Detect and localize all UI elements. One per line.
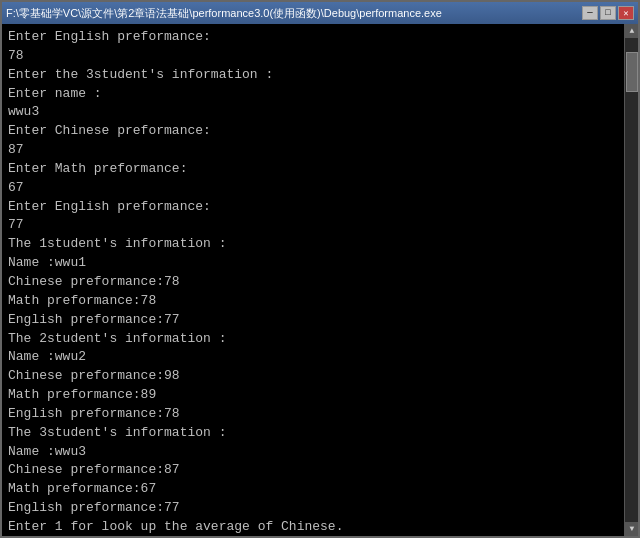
console-line: Chinese preformance:98: [8, 367, 632, 386]
console-line: 78: [8, 47, 632, 66]
console-line: Enter 1 for look up the average of Chine…: [8, 518, 632, 536]
console-line: Chinese preformance:87: [8, 461, 632, 480]
console-line: Chinese preformance:78: [8, 273, 632, 292]
console-line: Enter the 3student's information :: [8, 66, 632, 85]
console-line: 87: [8, 141, 632, 160]
console-line: 77: [8, 216, 632, 235]
console-line: English preformance:77: [8, 311, 632, 330]
console-lines-container: Enter English preformance:78Enter the 3s…: [8, 28, 632, 536]
console-line: English preformance:78: [8, 405, 632, 424]
title-bar-text: F:\零基础学VC\源文件\第2章语法基础\performance3.0(使用函…: [6, 6, 582, 21]
close-button[interactable]: ✕: [618, 6, 634, 20]
console-line: Name :wwu2: [8, 348, 632, 367]
scrollbar-thumb[interactable]: [626, 52, 638, 92]
scroll-up-arrow[interactable]: ▲: [625, 24, 638, 38]
console-line: Math preformance:78: [8, 292, 632, 311]
console-output: Enter English preformance:78Enter the 3s…: [2, 24, 638, 536]
console-line: Math preformance:67: [8, 480, 632, 499]
console-line: Enter English preformance:: [8, 28, 632, 47]
console-line: Enter Math preformance:: [8, 160, 632, 179]
console-line: Enter Chinese preformance:: [8, 122, 632, 141]
application-window: F:\零基础学VC\源文件\第2章语法基础\performance3.0(使用函…: [0, 0, 640, 538]
console-line: 67: [8, 179, 632, 198]
maximize-button[interactable]: □: [600, 6, 616, 20]
console-line: English preformance:77: [8, 499, 632, 518]
title-bar-buttons: ─ □ ✕: [582, 6, 634, 20]
console-line: The 1student's information :: [8, 235, 632, 254]
console-line: Enter English preformance:: [8, 198, 632, 217]
console-line: Name :wwu3: [8, 443, 632, 462]
scroll-down-arrow[interactable]: ▼: [625, 522, 638, 536]
title-bar: F:\零基础学VC\源文件\第2章语法基础\performance3.0(使用函…: [2, 2, 638, 24]
console-line: The 2student's information :: [8, 330, 632, 349]
console-line: Name :wwu1: [8, 254, 632, 273]
minimize-button[interactable]: ─: [582, 6, 598, 20]
console-line: wwu3: [8, 103, 632, 122]
console-line: Math preformance:89: [8, 386, 632, 405]
scrollbar[interactable]: ▲ ▼: [624, 24, 638, 536]
console-line: Enter name :: [8, 85, 632, 104]
console-line: The 3student's information :: [8, 424, 632, 443]
